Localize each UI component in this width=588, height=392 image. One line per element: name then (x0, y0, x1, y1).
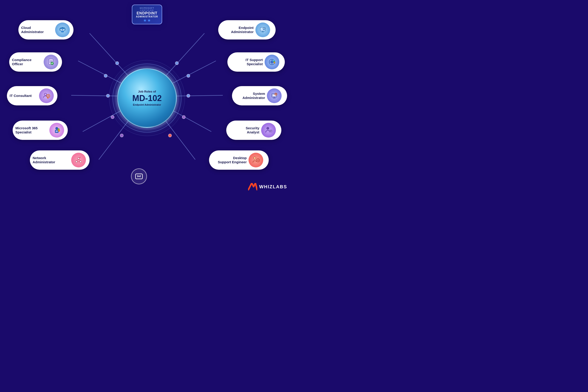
it-support-icon-circle (264, 55, 279, 69)
endpoint-admin-icon-circle (256, 22, 270, 37)
svg-point-25 (62, 28, 64, 30)
it-consultant-icon (42, 92, 51, 100)
svg-point-15 (175, 62, 178, 65)
role-system-administrator: SystemAdministrator (232, 86, 287, 106)
cloud-admin-label: CloudAdministrator (21, 26, 53, 34)
compliance-officer-label: ComplianceOfficer (12, 58, 42, 66)
role-cloud-administrator: CloudAdministrator (18, 20, 74, 40)
bottom-logo-icon (134, 172, 143, 181)
svg-point-44 (76, 161, 78, 162)
endpoint-admin-label: EndpointAdministrator (221, 26, 256, 34)
ms365-label: Microsoft 365Specialist (16, 126, 48, 134)
svg-point-11 (104, 74, 107, 78)
svg-point-43 (78, 158, 80, 159)
network-admin-label: NetworkAdministrator (32, 156, 69, 164)
ms365-icon (52, 126, 61, 134)
svg-line-46 (76, 159, 78, 161)
svg-point-75 (254, 157, 256, 159)
svg-point-62 (274, 62, 275, 64)
desktop-support-icon (252, 156, 260, 164)
role-desktop-support-engineer: DesktopSupport Engineer (209, 150, 269, 170)
svg-point-18 (182, 116, 185, 119)
whizlabs-logo-text: WHIZLABS (259, 184, 287, 190)
role-ms365-specialist: Microsoft 365Specialist (13, 120, 68, 140)
endpoint-admin-icon (258, 26, 267, 34)
svg-point-37 (56, 127, 58, 130)
cert-star-1 (143, 19, 146, 22)
cert-badge: Microsoft CERTIFIED ENDPOINT ADMINISTRAT… (132, 4, 162, 24)
svg-point-10 (116, 62, 119, 65)
role-compliance-officer: ComplianceOfficer (9, 52, 62, 72)
compliance-officer-icon (47, 58, 55, 66)
cert-endpoint-text: ENDPOINT (136, 11, 158, 16)
desktop-support-icon-circle (248, 153, 263, 168)
svg-point-16 (187, 74, 190, 78)
ms365-icon-circle (50, 123, 64, 138)
center-main-title: MD-102 (132, 94, 162, 102)
it-support-icon (268, 58, 276, 66)
system-admin-label: SystemAdministrator (235, 92, 267, 100)
role-it-consultant: IT Consultant (7, 86, 58, 106)
security-analyst-icon-circle (261, 123, 276, 138)
svg-point-14 (120, 134, 123, 137)
desktop-support-label: DesktopSupport Engineer (212, 156, 248, 164)
center-pre-title: Job Roles of (138, 90, 156, 93)
cert-certified-text: CERTIFIED (136, 9, 158, 11)
compliance-officer-icon-circle (44, 55, 58, 69)
security-analyst-label: SecurityAnalyst (229, 126, 261, 134)
role-it-support-specialist: IT SupportSpecialist (228, 52, 285, 72)
main-container: Microsoft CERTIFIED ENDPOINT ADMINISTRAT… (0, 0, 294, 196)
it-consultant-label: IT Consultant (10, 94, 37, 98)
cloud-admin-icon (58, 26, 67, 34)
system-admin-icon-circle (267, 88, 282, 103)
it-support-label: IT SupportSpecialist (230, 58, 264, 66)
svg-point-45 (80, 161, 82, 162)
role-network-administrator: NetworkAdministrator (30, 150, 90, 170)
svg-rect-38 (55, 130, 58, 133)
center-circle: Job Roles of MD-102 Endpoint Administrat… (117, 68, 177, 128)
whizlabs-logo-icon (248, 183, 257, 190)
cert-admin-text: ADMINISTRATOR (136, 16, 158, 18)
svg-point-33 (44, 93, 47, 96)
network-admin-icon (74, 156, 83, 164)
role-security-analyst: SecurityAnalyst (226, 120, 281, 140)
system-admin-icon (270, 92, 278, 100)
svg-point-19 (168, 134, 172, 137)
whizlabs-logo: WHIZLABS (248, 183, 287, 190)
cert-star-2 (148, 19, 151, 22)
cert-microsoft-text: Microsoft (136, 7, 158, 9)
security-analyst-icon (264, 126, 273, 134)
svg-rect-79 (136, 174, 142, 179)
cloud-admin-icon-circle (55, 22, 70, 37)
it-consultant-icon-circle (39, 88, 54, 103)
center-sub-title: Endpoint Administrator (133, 103, 161, 106)
svg-point-40 (58, 130, 60, 132)
svg-point-17 (187, 94, 190, 97)
svg-line-47 (78, 159, 80, 161)
role-endpoint-administrator: EndpointAdministrator (218, 20, 276, 40)
network-admin-icon-circle (71, 153, 86, 168)
svg-point-70 (267, 127, 269, 130)
bottom-logo-circle (131, 168, 147, 184)
